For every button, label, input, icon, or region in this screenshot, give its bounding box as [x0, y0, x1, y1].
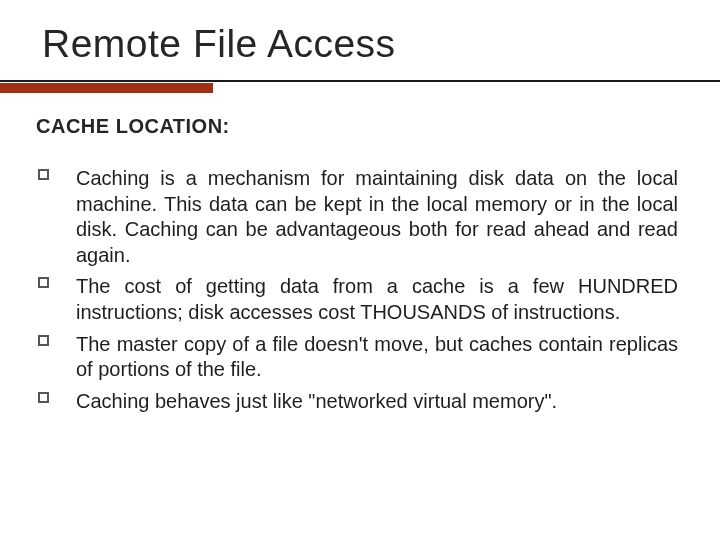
- slide: Remote File Access CACHE LOCATION: Cachi…: [0, 0, 720, 540]
- bullet-square-icon: [38, 169, 49, 180]
- bullet-list: Caching is a mechanism for maintaining d…: [36, 166, 678, 414]
- list-item: The master copy of a file doesn't move, …: [36, 332, 678, 383]
- list-item: The cost of getting data from a cache is…: [36, 274, 678, 325]
- bullet-square-icon: [38, 277, 49, 288]
- list-item-text: The master copy of a file doesn't move, …: [76, 333, 678, 381]
- list-item-text: Caching behaves just like "networked vir…: [76, 390, 557, 412]
- bullet-square-icon: [38, 335, 49, 346]
- list-item: Caching is a mechanism for maintaining d…: [36, 166, 678, 268]
- list-item-text: Caching is a mechanism for maintaining d…: [76, 167, 678, 266]
- bullet-square-icon: [38, 392, 49, 403]
- rule-thick: [0, 83, 213, 93]
- title-rule: [0, 80, 720, 93]
- list-item-text: The cost of getting data from a cache is…: [76, 275, 678, 323]
- rule-thin: [0, 80, 720, 82]
- page-title: Remote File Access: [42, 22, 678, 66]
- list-item: Caching behaves just like "networked vir…: [36, 389, 678, 415]
- section-heading: CACHE LOCATION:: [36, 115, 678, 138]
